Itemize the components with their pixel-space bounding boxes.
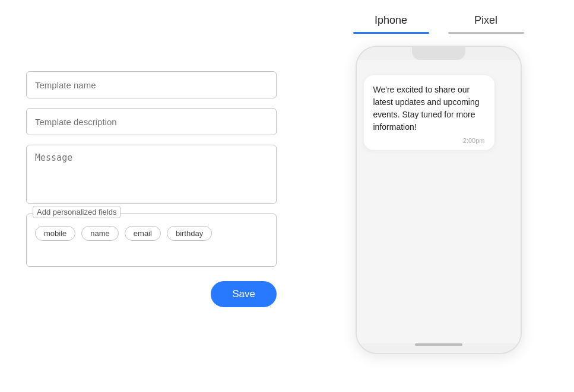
right-panel: Iphone Pixel We're excited to share our … — [303, 0, 574, 392]
template-description-input[interactable] — [26, 108, 277, 135]
phone-notch — [412, 47, 465, 60]
tab-pixel-label: Pixel — [474, 14, 497, 26]
tab-iphone-underline — [353, 32, 429, 34]
tab-iphone[interactable]: Iphone — [344, 6, 439, 34]
personalized-fields-container: Add personalized fields mobile name emai… — [26, 213, 277, 267]
tab-pixel-underline — [448, 32, 524, 34]
phone-screen: We're excited to share our latest update… — [357, 60, 521, 343]
phone-bottom-bar — [415, 343, 462, 346]
personalized-fields-label: Add personalized fields — [33, 206, 120, 218]
phone-frame: We're excited to share our latest update… — [356, 46, 522, 354]
tab-pixel[interactable]: Pixel — [439, 6, 534, 34]
phone-wrapper: We're excited to share our latest update… — [356, 46, 522, 354]
save-btn-row: Save — [26, 281, 277, 307]
chip-birthday[interactable]: birthday — [167, 226, 212, 241]
left-panel: Add personalized fields mobile name emai… — [0, 0, 303, 392]
template-name-input[interactable] — [26, 71, 277, 98]
tab-iphone-label: Iphone — [375, 14, 407, 26]
chip-mobile[interactable]: mobile — [35, 226, 75, 241]
chip-name[interactable]: name — [81, 226, 119, 241]
message-time: 2:00pm — [373, 137, 485, 144]
chip-email[interactable]: email — [125, 226, 161, 241]
message-textarea[interactable] — [26, 145, 277, 204]
message-bubble: We're excited to share our latest update… — [364, 75, 494, 150]
chips-row: mobile name email birthday — [35, 226, 268, 241]
save-button[interactable]: Save — [211, 281, 277, 307]
message-text: We're excited to share our latest update… — [373, 84, 485, 133]
device-tabs: Iphone Pixel — [344, 6, 534, 34]
